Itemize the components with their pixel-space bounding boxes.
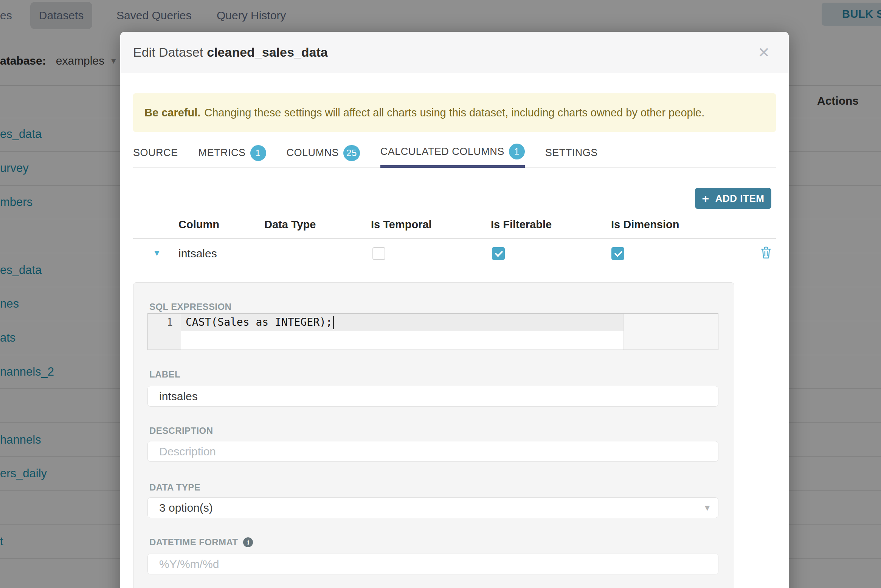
column-header-is-dimension: Is Dimension [611,218,679,231]
tab-badge: 1 [509,144,525,159]
modal-tabs: SOURCE METRICS1 COLUMNS25 CALCULATED COL… [133,138,776,168]
tab-source[interactable]: SOURCE [133,138,178,168]
editor-margin-area [624,314,718,350]
tab-metrics[interactable]: METRICS1 [199,138,266,168]
is-filterable-checkbox[interactable] [492,247,505,260]
data-type-field-label: DATA TYPE [149,482,200,493]
column-header-is-temporal: Is Temporal [371,218,432,231]
add-item-button[interactable]: + ADD ITEM [695,188,771,209]
warning-banner: Be careful. Changing these settings will… [133,93,776,132]
editor-print-margin [624,314,624,350]
column-header-is-filterable: Is Filterable [491,218,552,231]
description-field-label: DESCRIPTION [149,426,213,436]
collapse-caret-icon[interactable]: ▼ [150,248,163,258]
tab-badge: 25 [343,145,360,161]
divider [133,238,776,239]
chevron-down-icon: ▾ [705,502,710,514]
calculated-column-editor-panel: SQL EXPRESSION 1 CAST(Sales as INTEGER);… [133,282,734,588]
warning-banner-bold: Be careful. [144,107,200,119]
line-number: 1 [148,316,173,328]
editor-gutter: 1 [148,314,181,350]
trash-icon[interactable] [761,246,771,260]
close-icon[interactable]: ✕ [755,32,772,73]
tab-settings[interactable]: SETTINGS [545,138,598,168]
data-type-select[interactable]: 3 option(s) ▾ [147,497,718,518]
is-dimension-checkbox[interactable] [611,247,624,260]
edit-dataset-modal: Edit Datasetcleaned_sales_data ✕ Be care… [120,32,789,588]
tab-columns[interactable]: COLUMNS25 [287,138,360,168]
label-field-label: LABEL [149,369,180,380]
column-header-column: Column [178,218,219,231]
info-icon[interactable]: i [243,537,253,547]
column-header-data-type: Data Type [264,218,316,231]
sql-code-text[interactable]: CAST(Sales as INTEGER); [186,316,334,329]
modal-header: Edit Datasetcleaned_sales_data ✕ [120,32,789,73]
datetime-format-label-row: DATETIME FORMAT i [149,537,253,548]
datetime-format-input[interactable] [147,554,718,574]
warning-banner-text: Changing these settings will affect all … [204,107,704,119]
modal-title: Edit Datasetcleaned_sales_data [133,45,328,60]
calculated-column-name: intsales [178,247,217,260]
tab-badge: 1 [250,145,266,161]
label-input[interactable] [147,386,718,407]
plus-icon: + [702,192,709,204]
tab-calculated-columns[interactable]: CALCULATED COLUMNS1 [380,138,525,168]
sql-code-editor[interactable]: 1 CAST(Sales as INTEGER); [147,313,718,350]
sql-expression-label: SQL EXPRESSION [149,302,231,312]
description-input[interactable] [147,441,718,462]
text-cursor [333,316,334,329]
is-temporal-checkbox[interactable] [372,247,385,260]
dataset-name: cleaned_sales_data [207,45,327,59]
datetime-format-field-label: DATETIME FORMAT [149,537,238,548]
